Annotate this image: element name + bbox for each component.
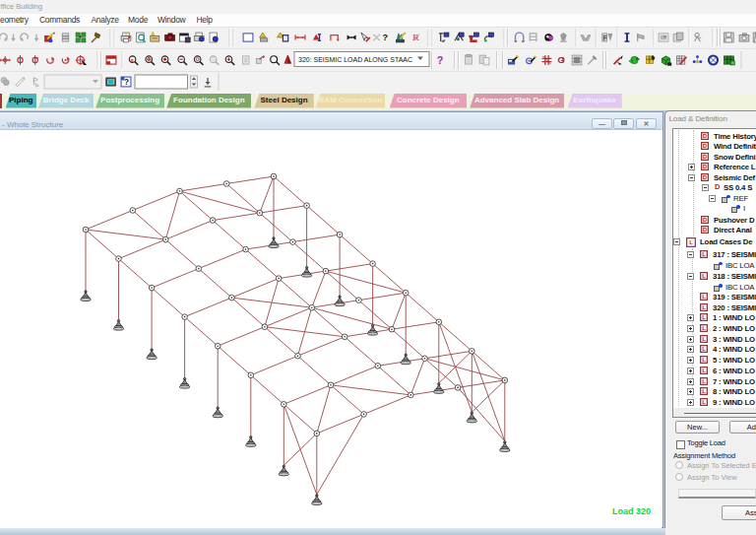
svg-text:q: q <box>131 58 134 63</box>
svg-text:320: SEISMIC LOAD ALONG STAAC: 320: SEISMIC LOAD ALONG STAAC <box>298 55 412 64</box>
svg-text:?: ? <box>383 33 389 42</box>
svg-text:?: ? <box>437 54 444 66</box>
svg-text:F: F <box>603 33 608 42</box>
svg-text:?: ? <box>124 78 129 87</box>
svg-text:G: G <box>557 55 564 65</box>
